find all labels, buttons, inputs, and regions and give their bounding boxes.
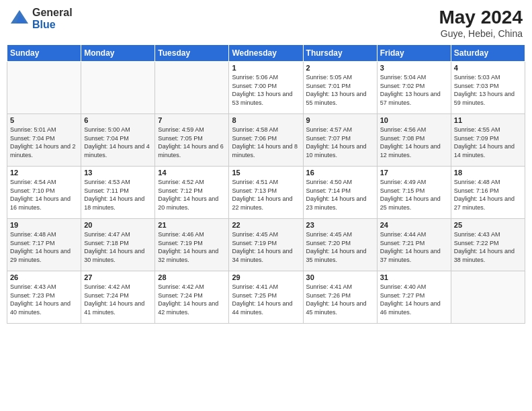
daylight-text: Daylight: 14 hours and 10 minutes.: [306, 142, 374, 159]
logo-icon: [9, 9, 30, 29]
month-title: May 2024: [439, 7, 523, 28]
day-number: 11: [454, 116, 522, 124]
sunset-text: Sunset: 7:26 PM: [306, 291, 374, 300]
sunset-text: Sunset: 7:23 PM: [10, 291, 78, 300]
day-info: Sunrise: 4:44 AMSunset: 7:21 PMDaylight:…: [380, 230, 448, 264]
day-info: Sunrise: 4:54 AMSunset: 7:10 PMDaylight:…: [10, 178, 78, 212]
daylight-text: Daylight: 14 hours and 25 minutes.: [380, 195, 448, 212]
sunrise-text: Sunrise: 4:43 AM: [454, 230, 522, 239]
sunrise-text: Sunrise: 4:58 AM: [232, 126, 300, 134]
daylight-text: Daylight: 13 hours and 59 minutes.: [454, 90, 522, 107]
sunset-text: Sunset: 7:13 PM: [232, 187, 300, 195]
day-info: Sunrise: 5:00 AMSunset: 7:04 PMDaylight:…: [84, 126, 152, 159]
sunrise-text: Sunrise: 4:51 AM: [232, 178, 300, 187]
day-info: Sunrise: 5:01 AMSunset: 7:04 PMDaylight:…: [10, 126, 78, 159]
calendar-cell: 18Sunrise: 4:48 AMSunset: 7:16 PMDayligh…: [451, 167, 525, 219]
daylight-text: Daylight: 14 hours and 27 minutes.: [454, 195, 522, 212]
calendar-cell: 9Sunrise: 4:57 AMSunset: 7:07 PMDaylight…: [303, 114, 377, 167]
day-info: Sunrise: 4:47 AMSunset: 7:18 PMDaylight:…: [84, 230, 152, 264]
calendar-cell: 14Sunrise: 4:52 AMSunset: 7:12 PMDayligh…: [155, 167, 229, 219]
sunrise-text: Sunrise: 4:48 AM: [454, 178, 522, 187]
sunrise-text: Sunrise: 4:44 AM: [380, 230, 448, 239]
sunrise-text: Sunrise: 4:43 AM: [10, 283, 78, 291]
sunrise-text: Sunrise: 4:59 AM: [158, 126, 226, 134]
sunset-text: Sunset: 7:07 PM: [306, 134, 374, 143]
day-info: Sunrise: 4:55 AMSunset: 7:09 PMDaylight:…: [454, 126, 522, 159]
calendar-cell: 29Sunrise: 4:41 AMSunset: 7:25 PMDayligh…: [229, 271, 303, 324]
daylight-text: Daylight: 14 hours and 2 minutes.: [10, 142, 78, 159]
calendar-cell: 24Sunrise: 4:44 AMSunset: 7:21 PMDayligh…: [377, 219, 451, 271]
sunset-text: Sunset: 7:00 PM: [232, 82, 300, 91]
calendar-cell: 11Sunrise: 4:55 AMSunset: 7:09 PMDayligh…: [451, 114, 525, 167]
sunrise-text: Sunrise: 4:46 AM: [158, 230, 226, 239]
day-number: 14: [158, 169, 226, 177]
day-info: Sunrise: 4:58 AMSunset: 7:06 PMDaylight:…: [232, 126, 300, 159]
sunrise-text: Sunrise: 4:42 AM: [84, 283, 152, 291]
day-info: Sunrise: 5:06 AMSunset: 7:00 PMDaylight:…: [232, 73, 300, 107]
header: General Blue May 2024 Guye, Hebei, China: [7, 7, 525, 39]
day-info: Sunrise: 4:43 AMSunset: 7:23 PMDaylight:…: [10, 283, 78, 316]
daylight-text: Daylight: 14 hours and 20 minutes.: [158, 195, 226, 212]
day-number: 18: [454, 169, 522, 177]
calendar-cell: 7Sunrise: 4:59 AMSunset: 7:05 PMDaylight…: [155, 114, 229, 167]
header-monday: Monday: [81, 45, 155, 62]
calendar-cell: [7, 62, 81, 114]
day-info: Sunrise: 4:48 AMSunset: 7:16 PMDaylight:…: [454, 178, 522, 212]
sunrise-text: Sunrise: 4:42 AM: [158, 283, 226, 291]
sunset-text: Sunset: 7:27 PM: [380, 291, 448, 300]
daylight-text: Daylight: 13 hours and 57 minutes.: [380, 90, 448, 107]
sunrise-text: Sunrise: 5:01 AM: [10, 126, 78, 134]
calendar-cell: 8Sunrise: 4:58 AMSunset: 7:06 PMDaylight…: [229, 114, 303, 167]
daylight-text: Daylight: 14 hours and 8 minutes.: [232, 142, 300, 159]
daylight-text: Daylight: 14 hours and 42 minutes.: [158, 300, 226, 316]
sunset-text: Sunset: 7:01 PM: [306, 82, 374, 91]
day-number: 1: [232, 64, 300, 72]
calendar-cell: 16Sunrise: 4:50 AMSunset: 7:14 PMDayligh…: [303, 167, 377, 219]
calendar-week-row-5: 26Sunrise: 4:43 AMSunset: 7:23 PMDayligh…: [7, 271, 525, 324]
header-tuesday: Tuesday: [155, 45, 229, 62]
daylight-text: Daylight: 14 hours and 6 minutes.: [158, 142, 226, 159]
day-info: Sunrise: 4:45 AMSunset: 7:20 PMDaylight:…: [306, 230, 374, 264]
calendar-cell: 23Sunrise: 4:45 AMSunset: 7:20 PMDayligh…: [303, 219, 377, 271]
day-info: Sunrise: 5:03 AMSunset: 7:03 PMDaylight:…: [454, 73, 522, 107]
sunset-text: Sunset: 7:20 PM: [306, 239, 374, 248]
sunset-text: Sunset: 7:03 PM: [454, 82, 522, 91]
sunrise-text: Sunrise: 4:50 AM: [306, 178, 374, 187]
sunrise-text: Sunrise: 4:41 AM: [232, 283, 300, 291]
sunrise-text: Sunrise: 4:56 AM: [380, 126, 448, 134]
sunrise-text: Sunrise: 5:03 AM: [454, 73, 522, 82]
sunset-text: Sunset: 7:25 PM: [232, 291, 300, 300]
day-info: Sunrise: 4:49 AMSunset: 7:15 PMDaylight:…: [380, 178, 448, 212]
daylight-text: Daylight: 14 hours and 34 minutes.: [232, 247, 300, 264]
calendar-cell: [155, 62, 229, 114]
day-info: Sunrise: 4:56 AMSunset: 7:08 PMDaylight:…: [380, 126, 448, 159]
daylight-text: Daylight: 14 hours and 44 minutes.: [232, 300, 300, 316]
calendar-cell: 12Sunrise: 4:54 AMSunset: 7:10 PMDayligh…: [7, 167, 81, 219]
day-info: Sunrise: 4:48 AMSunset: 7:17 PMDaylight:…: [10, 230, 78, 264]
daylight-text: Daylight: 14 hours and 30 minutes.: [84, 247, 152, 264]
day-info: Sunrise: 4:50 AMSunset: 7:14 PMDaylight:…: [306, 178, 374, 212]
day-info: Sunrise: 4:52 AMSunset: 7:12 PMDaylight:…: [158, 178, 226, 212]
sunset-text: Sunset: 7:08 PM: [380, 134, 448, 143]
sunrise-text: Sunrise: 4:45 AM: [232, 230, 300, 239]
day-number: 22: [232, 221, 300, 229]
calendar-week-row-3: 12Sunrise: 4:54 AMSunset: 7:10 PMDayligh…: [7, 167, 525, 219]
day-number: 15: [232, 169, 300, 177]
calendar-cell: 2Sunrise: 5:05 AMSunset: 7:01 PMDaylight…: [303, 62, 377, 114]
calendar-cell: 13Sunrise: 4:53 AMSunset: 7:11 PMDayligh…: [81, 167, 155, 219]
calendar-cell: 17Sunrise: 4:49 AMSunset: 7:15 PMDayligh…: [377, 167, 451, 219]
calendar-cell: 21Sunrise: 4:46 AMSunset: 7:19 PMDayligh…: [155, 219, 229, 271]
sunrise-text: Sunrise: 4:48 AM: [10, 230, 78, 239]
daylight-text: Daylight: 14 hours and 40 minutes.: [10, 300, 78, 316]
daylight-text: Daylight: 14 hours and 41 minutes.: [84, 300, 152, 316]
calendar-cell: 5Sunrise: 5:01 AMSunset: 7:04 PMDaylight…: [7, 114, 81, 167]
day-number: 9: [306, 116, 374, 124]
weekday-header-row: Sunday Monday Tuesday Wednesday Thursday…: [7, 45, 525, 62]
sunset-text: Sunset: 7:09 PM: [454, 134, 522, 143]
calendar-week-row-2: 5Sunrise: 5:01 AMSunset: 7:04 PMDaylight…: [7, 114, 525, 167]
sunrise-text: Sunrise: 4:55 AM: [454, 126, 522, 134]
day-number: 6: [84, 116, 152, 124]
day-number: 28: [158, 273, 226, 281]
calendar-cell: 25Sunrise: 4:43 AMSunset: 7:22 PMDayligh…: [451, 219, 525, 271]
header-thursday: Thursday: [303, 45, 377, 62]
